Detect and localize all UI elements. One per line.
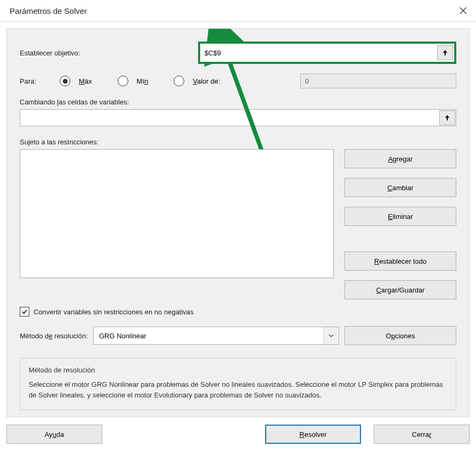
objective-field-highlight xyxy=(198,42,456,64)
help-button[interactable]: Ayuda xyxy=(6,425,102,444)
changing-cells-label: Cambiando las celdas de variables: xyxy=(20,98,456,106)
changing-refselect-button[interactable] xyxy=(439,110,455,125)
radio-valueof-label: Valor de: xyxy=(193,77,220,85)
radio-min[interactable] xyxy=(118,76,128,86)
dialog-title: Parámetros de Solver xyxy=(10,6,87,15)
radio-valueof[interactable] xyxy=(174,76,184,86)
method-info-title: Método de resolución xyxy=(29,366,447,374)
add-button[interactable]: Agregar xyxy=(344,149,456,168)
constraints-buttons: Agregar Cambiar Eliminar Restablecer tod… xyxy=(344,149,456,299)
radio-max-label: Máx xyxy=(79,77,92,85)
unconstrained-row[interactable]: Convertir variables sin restricciones en… xyxy=(20,307,456,316)
objective-row: Establecer objetivo: xyxy=(20,42,456,64)
change-button[interactable]: Cambiar xyxy=(344,178,456,197)
method-label: Método de resolución: xyxy=(20,332,88,340)
unconstrained-checkbox[interactable] xyxy=(20,307,29,316)
objective-label: Establecer objetivo: xyxy=(20,49,198,57)
objective-refselect-button[interactable] xyxy=(437,45,453,60)
objective-input[interactable] xyxy=(200,44,436,62)
radio-min-label: Mín xyxy=(137,77,149,85)
method-row: Método de resolución: GRG Nonlinear Opci… xyxy=(20,326,456,345)
delete-button[interactable]: Eliminar xyxy=(344,207,456,226)
solve-button[interactable]: Resolver xyxy=(265,425,361,444)
method-info-body: Seleccione el motor GRG Nonlinear para p… xyxy=(29,379,447,400)
radio-max-group[interactable]: Máx xyxy=(60,76,118,86)
constraints-listbox[interactable] xyxy=(20,149,334,278)
reset-button[interactable]: Restablecer todo xyxy=(344,251,456,271)
dialog-panel: Establecer objetivo: Para: Máx Mín Valor… xyxy=(6,28,470,417)
options-button[interactable]: Opciones xyxy=(344,326,456,345)
para-label: Para: xyxy=(20,77,60,85)
radio-max[interactable] xyxy=(60,76,70,86)
method-value: GRG Nonlinear xyxy=(99,332,146,340)
valueof-input[interactable] xyxy=(300,74,456,88)
bottom-bar: Ayuda Resolver Cerrar xyxy=(6,425,470,444)
unconstrained-label: Convertir variables sin restricciones en… xyxy=(34,308,194,316)
chevron-down-icon xyxy=(323,327,339,344)
method-info-group: Método de resolución Seleccione el motor… xyxy=(20,358,456,410)
radio-valueof-group[interactable]: Valor de: xyxy=(174,76,245,86)
constraints-row: Agregar Cambiar Eliminar Restablecer tod… xyxy=(20,149,456,299)
loadsave-button[interactable]: Cargar/Guardar xyxy=(344,280,456,299)
titlebar: Parámetros de Solver xyxy=(0,0,476,22)
changing-cells-wrap xyxy=(20,109,456,126)
close-button[interactable]: Cerrar xyxy=(374,425,470,444)
method-select[interactable]: GRG Nonlinear xyxy=(93,327,339,345)
para-row: Para: Máx Mín Valor de: xyxy=(20,74,456,88)
close-icon[interactable] xyxy=(450,0,476,21)
constraints-label: Sujeto a las restricciones: xyxy=(20,138,456,146)
changing-cells-input[interactable] xyxy=(20,110,439,126)
radio-min-group[interactable]: Mín xyxy=(118,76,174,86)
